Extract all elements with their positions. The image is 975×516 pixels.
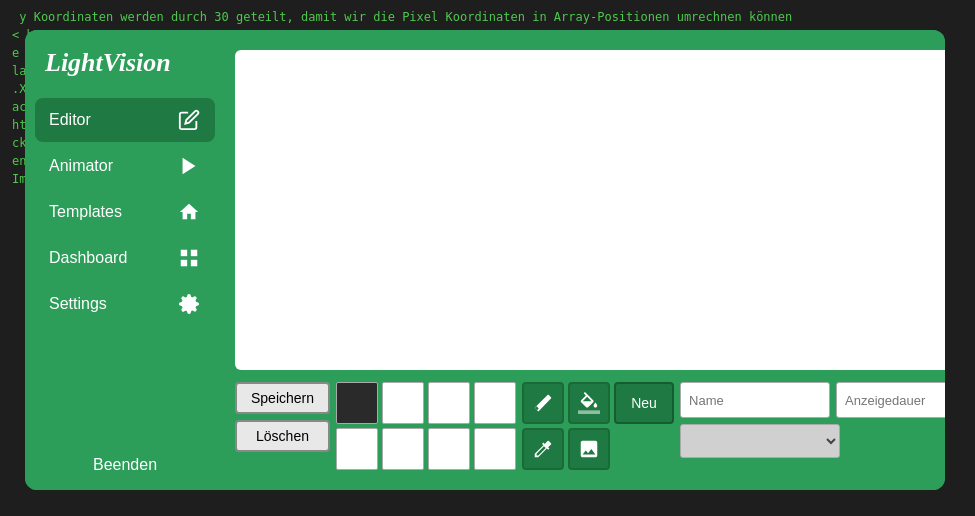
svg-rect-1 (181, 250, 187, 256)
color-cell-2[interactable] (382, 382, 424, 424)
svg-marker-0 (183, 158, 196, 175)
grid-icon (177, 246, 201, 270)
save-button[interactable]: Speichern (235, 382, 330, 414)
type-select[interactable]: Option 1 Option 2 (680, 424, 840, 458)
svg-rect-4 (191, 260, 197, 266)
delete-button[interactable]: Löschen (235, 420, 330, 452)
sidebar-item-animator[interactable]: Animator (35, 144, 215, 188)
eraser-button[interactable] (522, 382, 564, 424)
templates-label: Templates (49, 203, 122, 221)
nav-menu: Editor Animator Templ (25, 98, 225, 440)
duration-input[interactable] (836, 382, 945, 418)
action-buttons: Speichern Löschen (235, 382, 330, 452)
settings-label: Settings (49, 295, 107, 313)
play-icon (177, 154, 201, 178)
app-logo: LightVision (25, 30, 225, 98)
dashboard-label: Dashboard (49, 249, 127, 267)
color-cell-5[interactable] (336, 428, 378, 470)
home-icon (177, 200, 201, 224)
settings-icon (177, 292, 201, 316)
color-cell-1[interactable] (336, 382, 378, 424)
new-button[interactable]: Neu (614, 382, 674, 424)
tool-row-2 (522, 428, 674, 470)
main-modal: LightVision Editor Animator (25, 30, 945, 490)
tool-buttons: Neu (522, 382, 674, 470)
sidebar-item-editor[interactable]: Editor (35, 98, 215, 142)
canvas-area[interactable] (235, 50, 945, 370)
color-row-2 (336, 428, 516, 470)
right-controls: Option 1 Option 2 (680, 382, 945, 458)
editor-label: Editor (49, 111, 91, 129)
toolbar: Speichern Löschen (235, 382, 945, 470)
name-input[interactable] (680, 382, 830, 418)
edit-icon (177, 108, 201, 132)
color-cell-8[interactable] (474, 428, 516, 470)
input-row (680, 382, 945, 418)
fill-button[interactable] (568, 382, 610, 424)
color-grid (336, 382, 516, 470)
eyedropper-button[interactable] (522, 428, 564, 470)
color-cell-7[interactable] (428, 428, 470, 470)
sidebar-item-templates[interactable]: Templates (35, 190, 215, 234)
sidebar: LightVision Editor Animator (25, 30, 225, 490)
tool-row-1: Neu (522, 382, 674, 424)
color-cell-4[interactable] (474, 382, 516, 424)
image-button[interactable] (568, 428, 610, 470)
animator-label: Animator (49, 157, 113, 175)
color-row-1 (336, 382, 516, 424)
svg-rect-2 (191, 250, 197, 256)
main-content: Speichern Löschen (225, 30, 945, 490)
sidebar-item-settings[interactable]: Settings (35, 282, 215, 326)
color-cell-6[interactable] (382, 428, 424, 470)
quit-label: Beenden (93, 456, 157, 473)
color-cell-3[interactable] (428, 382, 470, 424)
sidebar-item-dashboard[interactable]: Dashboard (35, 236, 215, 280)
svg-rect-3 (181, 260, 187, 266)
sidebar-footer[interactable]: Beenden (25, 440, 225, 490)
